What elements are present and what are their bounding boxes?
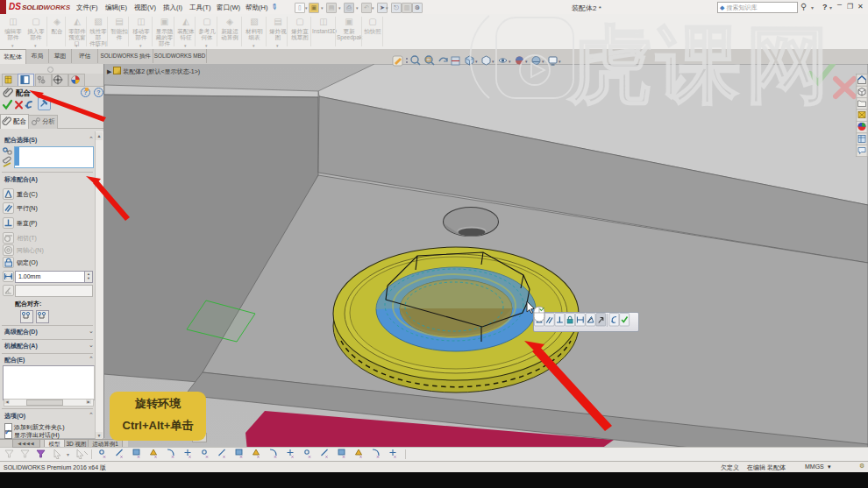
svg-text:▾: ▾: [525, 59, 528, 64]
svg-text:▾: ▾: [67, 452, 69, 457]
svg-text:▾: ▾: [542, 59, 544, 64]
svg-text:▾: ▾: [492, 59, 494, 64]
svg-text:▾: ▾: [559, 59, 561, 64]
svg-text:▾: ▾: [475, 59, 478, 64]
svg-text:▾: ▾: [509, 59, 511, 64]
